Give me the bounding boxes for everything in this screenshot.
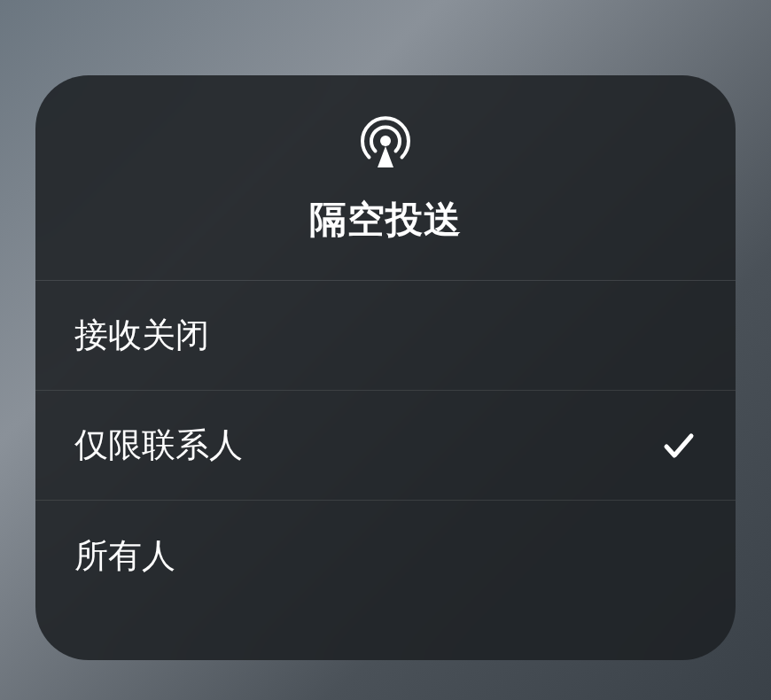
panel-header: 隔空投送	[35, 75, 736, 281]
option-label: 接收关闭	[74, 313, 209, 358]
option-everyone[interactable]: 所有人	[35, 501, 736, 611]
option-receiving-off[interactable]: 接收关闭	[35, 281, 736, 391]
option-label: 所有人	[74, 533, 175, 579]
option-contacts-only[interactable]: 仅限联系人	[35, 391, 736, 501]
option-label: 仅限联系人	[74, 423, 243, 468]
options-list: 接收关闭 仅限联系人 所有人	[35, 281, 736, 660]
svg-point-0	[380, 136, 391, 146]
checkmark-icon	[661, 428, 697, 463]
panel-title: 隔空投送	[309, 195, 462, 245]
airdrop-icon	[356, 112, 415, 170]
airdrop-panel: 隔空投送 接收关闭 仅限联系人 所有人	[35, 75, 736, 660]
